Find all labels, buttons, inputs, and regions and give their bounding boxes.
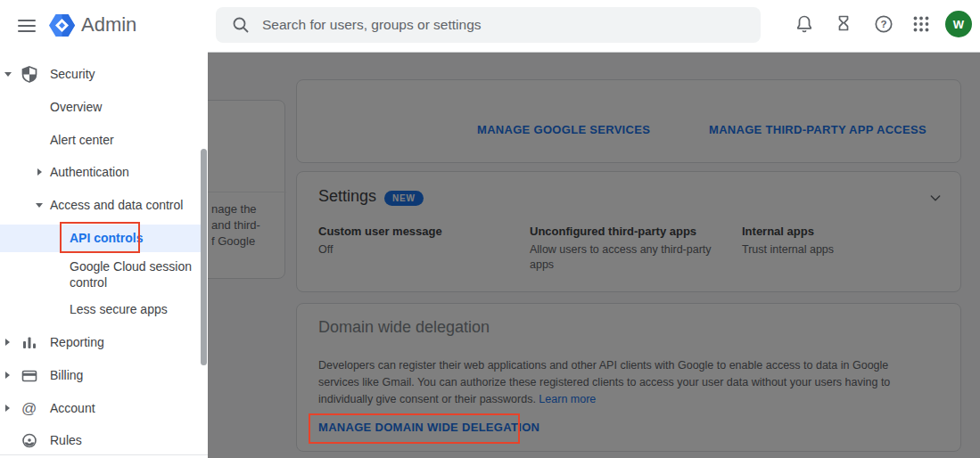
chevron-down-icon[interactable] [4, 72, 12, 77]
sidebar-item-label: Google Cloud session control [70, 259, 203, 290]
help-icon[interactable]: ? [873, 13, 894, 35]
shield-icon [21, 66, 37, 83]
sidebar-item-label: Rules [50, 429, 82, 452]
search-bar[interactable] [216, 7, 761, 43]
google-admin-logo [48, 12, 76, 39]
sidebar-item-alert-center[interactable]: Alert center [0, 128, 201, 151]
sidebar-item-security[interactable]: Security [0, 62, 201, 86]
sidebar-item-label: Less secure apps [70, 298, 168, 321]
annotation-box-api-controls [60, 222, 140, 253]
sidebar-item-label: Billing [50, 364, 83, 387]
bar-chart-icon [21, 334, 37, 351]
dim-overlay [208, 53, 980, 458]
notifications-bell-icon[interactable] [794, 13, 815, 35]
sidebar-item-label: Authentication [50, 160, 129, 184]
chevron-down-icon[interactable] [36, 203, 43, 208]
sidebar-item-rules[interactable]: Rules [0, 429, 201, 452]
sidebar-divider [0, 454, 208, 455]
top-app-bar: Admin ? [0, 0, 980, 52]
sidebar-item-less-secure-apps[interactable]: Less secure apps [0, 298, 201, 321]
sidebar-item-label: Security [50, 62, 95, 86]
sidebar-item-authentication[interactable]: Authentication [0, 160, 201, 184]
chevron-right-icon[interactable] [37, 168, 42, 176]
main-content: nage the and third- f Google MANAGE GOOG… [208, 52, 980, 458]
sidebar-item-account[interactable]: @ Account [0, 397, 201, 420]
tasks-hourglass-icon[interactable] [833, 13, 854, 35]
rules-icon [21, 432, 37, 449]
menu-icon[interactable] [16, 15, 37, 37]
sidebar-item-label: Alert center [50, 128, 114, 151]
sidebar-nav: Security Overview Alert center Authentic… [0, 52, 208, 458]
sidebar-item-label: Overview [50, 95, 102, 119]
search-icon [231, 15, 251, 35]
sidebar-item-reporting[interactable]: Reporting [0, 331, 201, 354]
annotation-box-manage-delegation [309, 413, 520, 444]
chevron-right-icon[interactable] [5, 405, 10, 412]
sidebar-item-label: Access and data control [50, 193, 183, 217]
sidebar-item-overview[interactable]: Overview [0, 95, 201, 119]
sidebar-item-label: Reporting [50, 331, 104, 354]
sidebar-item-label: Account [50, 397, 95, 420]
avatar[interactable]: W [945, 11, 972, 37]
svg-text:?: ? [880, 19, 886, 29]
at-sign-icon: @ [21, 400, 37, 417]
sidebar-item-billing[interactable]: Billing [0, 364, 201, 387]
chevron-right-icon[interactable] [5, 372, 10, 379]
app-title: Admin [81, 13, 136, 37]
chevron-right-icon[interactable] [5, 339, 10, 346]
credit-card-icon [21, 367, 37, 384]
sidebar-item-access-and-data-control[interactable]: Access and data control [0, 193, 201, 217]
admin-console-page: Admin ? [0, 0, 980, 458]
apps-grid-icon[interactable] [910, 13, 932, 35]
sidebar-scrollbar[interactable] [201, 149, 207, 365]
search-input[interactable] [262, 7, 744, 43]
